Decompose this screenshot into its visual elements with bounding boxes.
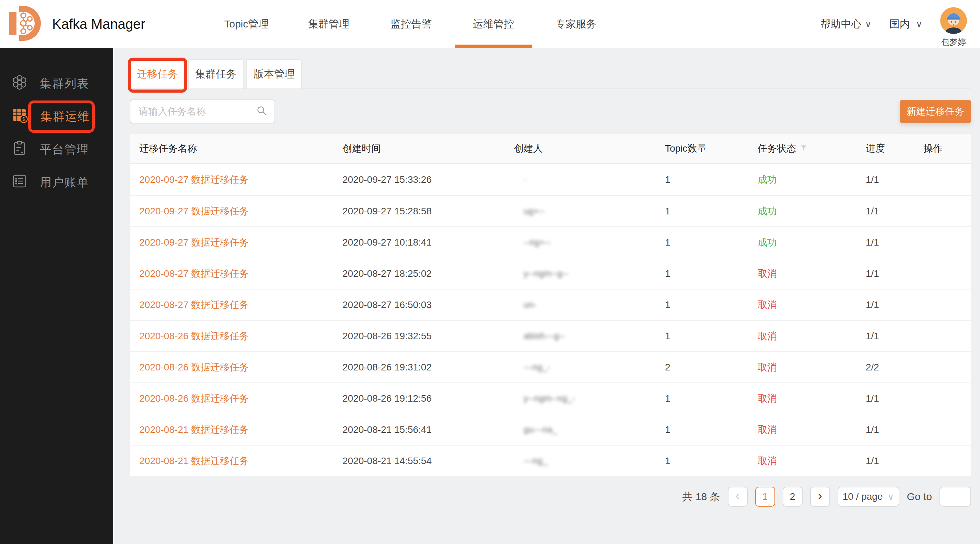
task-name-link[interactable]: 2020-08-26 数据迁移任务	[139, 361, 342, 374]
status-badge: 取消	[758, 455, 866, 468]
task-search-box	[130, 100, 275, 124]
next-page-button[interactable]: ›	[810, 487, 830, 507]
tab-label: 版本管理	[254, 67, 295, 81]
avatar	[940, 7, 967, 35]
tab-label: 迁移任务	[137, 67, 178, 81]
tab-version-management[interactable]: 版本管理	[247, 59, 302, 89]
col-task-status-label: 任务状态	[758, 142, 796, 155]
progress-value: 1/1	[866, 237, 923, 248]
tab-label: 集群任务	[195, 67, 236, 81]
progress-value: 2/2	[866, 362, 923, 373]
table-row: 2020-09-27 数据迁移任务 2020-09-27 15:33:26 · …	[130, 164, 971, 195]
status-badge: 取消	[758, 267, 866, 280]
toolbar: 新建迁移任务	[130, 100, 971, 124]
table-header-row: 迁移任务名称 创建时间 创建人 Topic数量 任务状态 进度 操作	[130, 134, 971, 164]
progress-value: 1/1	[866, 455, 923, 466]
creator-redacted: ---ng_	[514, 455, 665, 466]
progress-value: 1/1	[866, 300, 923, 311]
main-content: 迁移任务 集群任务 版本管理 新建迁移任务 迁移任务名称 创建时间 创建人	[113, 48, 980, 544]
filter-icon[interactable]	[800, 143, 807, 154]
help-center-label: 帮助中心	[821, 17, 862, 31]
nav-cluster-management[interactable]: 集群管理	[288, 0, 370, 48]
topic-count: 2	[665, 362, 758, 373]
header-right: 帮助中心 ∨ 国内 ∨	[821, 4, 967, 44]
sidebar-item-cluster-ops[interactable]: $ 集群运维	[0, 100, 113, 133]
region-menu[interactable]: 国内 ∨	[889, 17, 922, 31]
sidebar-item-label: 集群运维	[40, 109, 90, 125]
goto-label: Go to	[907, 491, 932, 503]
chevron-down-icon: ∨	[888, 492, 894, 502]
created-time: 2020-09-27 15:33:26	[342, 174, 514, 185]
table-row: 2020-08-26 数据迁移任务 2020-08-26 19:12:56 y-…	[130, 382, 971, 414]
nav-monitor-alert[interactable]: 监控告警	[370, 0, 452, 48]
table-row: 2020-08-26 数据迁移任务 2020-08-26 19:31:02 --…	[130, 351, 971, 382]
progress-value: 1/1	[866, 393, 923, 404]
creator-redacted: y--ngm--ng_-	[514, 393, 665, 404]
col-task-status: 任务状态	[758, 142, 866, 155]
task-name-link[interactable]: 2020-08-27 数据迁移任务	[139, 298, 342, 311]
status-badge: 取消	[758, 392, 866, 405]
topic-count: 1	[665, 393, 758, 404]
col-creator: 创建人	[514, 142, 665, 155]
status-badge: 取消	[758, 298, 866, 311]
search-input[interactable]	[138, 106, 257, 117]
honeycomb-icon	[12, 75, 27, 93]
svg-text:$: $	[22, 116, 25, 122]
task-name-link[interactable]: 2020-08-27 数据迁移任务	[139, 267, 342, 280]
help-center-menu[interactable]: 帮助中心 ∨	[821, 17, 872, 31]
table-row: 2020-08-21 数据迁移任务 2020-08-21 15:56:41 gu…	[130, 414, 971, 445]
sidebar-item-platform-management[interactable]: 平台管理	[0, 133, 113, 166]
task-name-link[interactable]: 2020-09-27 数据迁移任务	[139, 236, 342, 249]
progress-value: 1/1	[866, 268, 923, 279]
progress-value: 1/1	[866, 424, 923, 435]
user-profile[interactable]: 包梦婷	[940, 7, 967, 48]
creator-redacted: ---ng_-	[514, 362, 665, 373]
sidebar-item-user-billing[interactable]: 用户账单	[0, 166, 113, 199]
create-migration-task-button[interactable]: 新建迁移任务	[900, 100, 971, 123]
page-button-1[interactable]: 1	[755, 487, 775, 507]
sidebar-item-cluster-list[interactable]: 集群列表	[0, 67, 113, 100]
task-name-link[interactable]: 2020-08-26 数据迁移任务	[139, 392, 342, 405]
creator-redacted: ·	[514, 174, 665, 185]
col-task-name: 迁移任务名称	[139, 142, 342, 155]
app-header: Kafka Manager Topic管理 集群管理 监控告警 运维管控 专家服…	[0, 0, 980, 48]
table-row: 2020-08-26 数据迁移任务 2020-08-26 19:32:55 ab…	[130, 320, 971, 351]
goto-page-input[interactable]	[940, 487, 971, 507]
status-badge: 取消	[758, 361, 866, 374]
status-badge: 取消	[758, 330, 866, 343]
topic-count: 1	[665, 300, 758, 311]
status-badge: 成功	[758, 205, 866, 218]
top-nav: Topic管理 集群管理 监控告警 运维管控 专家服务	[205, 0, 617, 48]
task-name-link[interactable]: 2020-08-21 数据迁移任务	[139, 423, 342, 436]
prev-page-button[interactable]: ‹	[728, 487, 748, 507]
created-time: 2020-08-26 19:32:55	[342, 331, 514, 342]
search-icon[interactable]	[257, 106, 267, 117]
table-row: 2020-09-27 数据迁移任务 2020-09-27 15:28:58 ug…	[130, 195, 971, 226]
creator-redacted: y--ngm--g--	[514, 268, 665, 279]
creator-redacted: --ng+--	[514, 237, 665, 247]
created-time: 2020-08-21 15:56:41	[342, 424, 514, 435]
nav-ops-control[interactable]: 运维管控	[452, 0, 535, 48]
task-name-link[interactable]: 2020-09-27 数据迁移任务	[139, 173, 342, 186]
nav-topic-management[interactable]: Topic管理	[205, 0, 288, 48]
sidebar-item-label: 平台管理	[40, 142, 89, 157]
app-title: Kafka Manager	[52, 16, 145, 32]
tab-cluster-tasks[interactable]: 集群任务	[188, 59, 243, 89]
pagination: 共 18 条 ‹ 1 2 › 10 / page ∨ Go to	[130, 476, 971, 517]
nav-expert-service[interactable]: 专家服务	[535, 0, 617, 48]
created-time: 2020-08-27 16:50:03	[342, 300, 514, 311]
task-name-link[interactable]: 2020-09-27 数据迁移任务	[139, 205, 342, 218]
status-badge: 成功	[758, 173, 866, 186]
page-size-select[interactable]: 10 / page ∨	[838, 487, 899, 507]
total-count-label: 共 18 条	[682, 490, 720, 504]
topic-count: 1	[665, 237, 758, 248]
topic-count: 1	[665, 206, 758, 217]
progress-value: 1/1	[866, 331, 923, 342]
topic-count: 1	[665, 268, 758, 279]
tab-migration-tasks[interactable]: 迁移任务	[130, 59, 185, 89]
page-button-2[interactable]: 2	[783, 487, 803, 507]
task-name-link[interactable]: 2020-08-21 数据迁移任务	[139, 455, 342, 468]
page-size-value: 10 / page	[843, 491, 883, 502]
task-name-link[interactable]: 2020-08-26 数据迁移任务	[139, 330, 342, 343]
created-time: 2020-08-26 19:31:02	[342, 362, 514, 373]
